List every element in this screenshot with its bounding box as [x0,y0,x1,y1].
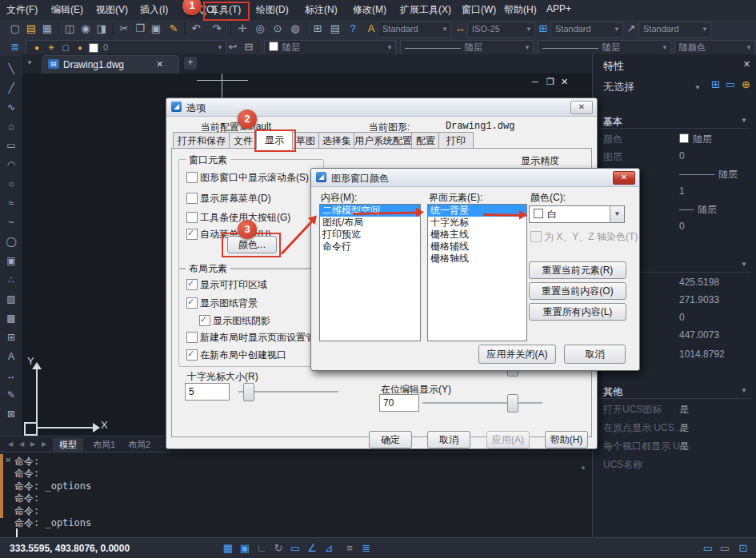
inplace-edit-slider[interactable] [422,402,542,404]
lineweight-dropdown[interactable]: 随层▼ [538,40,671,56]
ellipse-tool-icon[interactable]: ◯ [3,233,19,249]
text-tool-icon[interactable]: A [3,349,19,365]
section-other[interactable]: 其他 [603,385,622,399]
color-combo-arrow-icon[interactable]: ▼ [610,206,624,222]
prop-value[interactable]: 1 [679,185,685,197]
hatch-tool-icon[interactable]: ▨ [3,291,19,307]
printable-area-checkbox[interactable] [186,279,198,290]
redo-icon[interactable]: ↷ [210,22,224,36]
tab-layout1[interactable]: 布局1 [86,438,122,452]
menu-edit[interactable]: 编辑(E) [51,3,83,17]
prop-value[interactable]: 随层 [679,168,738,181]
model-space-icon[interactable]: ▭ [701,541,715,556]
prop-value[interactable]: 447.0073 [679,329,719,341]
otrack-toggle-icon[interactable]: ∠ [305,541,319,556]
gradient-tool-icon[interactable]: ▩ [3,310,19,326]
prop-value[interactable]: 0 [679,312,685,323]
command-line-panel[interactable]: ✕ 命令: 命令: 命令: _options 命令: 命令: 命令: _opti… [0,452,592,538]
text-style-dropdown[interactable]: Standard▼ [378,22,451,38]
prop-value[interactable]: 425.5198 [679,277,719,288]
polyline-tool-icon[interactable]: ∿ [3,99,19,115]
prop-value[interactable]: 随层 [679,203,717,217]
help-button[interactable]: 帮助(H) [545,431,588,448]
inplace-edit-input[interactable]: 70 [379,394,419,412]
layer-lock-icon[interactable]: ● [73,41,87,55]
pan-icon[interactable]: ✛ [235,22,250,36]
next-layout-icon[interactable]: ▶ [30,440,35,448]
prop-value[interactable]: 是 [679,440,689,453]
inplace-edit-slider-handle[interactable] [507,394,518,413]
menu-dimension[interactable]: 标注(N) [305,3,338,17]
section-other-collapse-icon[interactable]: ▼ [741,387,747,394]
linetype-dropdown[interactable]: 随层▼ [400,40,534,56]
select-objects-icon[interactable]: ▭ [726,78,735,90]
tab-layout2[interactable]: 布局2 [122,438,157,452]
context-list[interactable]: 二维模型空间 图纸/布局 打印预览 命令行 [319,204,421,341]
window-close-icon[interactable]: ✕ [561,77,568,87]
region-tool-icon[interactable]: ⊠ [3,406,19,422]
revcloud-tool-icon[interactable]: ≈ [3,195,19,211]
command-scroll-up-icon[interactable]: ▲ [580,464,586,471]
preview-icon[interactable]: ◉ [78,22,93,36]
cut-icon[interactable]: ✂ [117,22,131,36]
clean-screen-icon[interactable]: ⊡ [736,541,750,556]
page-setup-manager-checkbox[interactable] [186,332,198,343]
zoom-previous-icon[interactable]: ◍ [288,22,302,36]
tab-model[interactable]: 模型 [53,438,83,452]
large-buttons-checkbox[interactable] [186,212,198,223]
apply-button[interactable]: 应用(A) [486,431,530,448]
menu-file[interactable]: 文件(F) [6,3,38,17]
restore-element-button[interactable]: 重置当前元素(R) [529,261,626,279]
layer-manager-icon[interactable]: ≣ [8,40,22,54]
dyn-toggle-icon[interactable]: ≡ [342,541,357,556]
prev-layout-icon[interactable]: ◀ [19,440,24,448]
new-icon[interactable]: ▢ [8,22,22,36]
toggle-pickadd-icon[interactable]: ⊕ [742,78,750,90]
prop-value[interactable]: 271.9033 [679,294,719,305]
menu-modify[interactable]: 修改(M) [353,3,386,17]
workspace-icon[interactable]: ▭ [718,541,732,556]
section-geometry-collapse-icon[interactable]: ▼ [741,261,747,268]
ucs-toggle-icon[interactable]: ⊿ [322,541,336,556]
section-basic-collapse-icon[interactable]: ▼ [741,117,747,124]
table-tool-icon[interactable]: ⊞ [3,329,19,345]
tab-files[interactable]: 文件 [229,132,258,149]
copy-icon[interactable]: ❐ [133,22,147,36]
paper-shadow-checkbox[interactable] [199,315,210,326]
context-item-2d-model-space[interactable]: 二维模型空间 [320,205,420,217]
menu-draw[interactable]: 绘图(D) [256,3,289,17]
prop-value[interactable]: 是 [679,421,689,435]
prop-value[interactable]: 随层 [679,133,712,146]
selection-dropdown-icon[interactable]: ▼ [694,84,701,91]
save-icon[interactable]: ▦ [40,22,54,36]
tab-open-save[interactable]: 打开和保存 [173,132,230,149]
command-close-icon[interactable]: ✕ [5,456,11,464]
layer-freeze-icon[interactable]: ▢ [58,41,73,55]
color-dropdown[interactable]: 随层▼ [264,40,396,56]
create-viewport-checkbox[interactable] [186,349,198,361]
polar-toggle-icon[interactable]: ↻ [271,541,286,556]
section-basic[interactable]: 基本 [603,115,622,129]
crosshair-size-input[interactable]: 5 [185,383,230,401]
crosshair-size-slider-handle[interactable] [243,383,254,401]
layer-on-icon[interactable]: ● [30,41,44,55]
new-tab-button[interactable]: + [184,57,197,70]
paper-background-checkbox[interactable] [186,297,198,309]
dim-style-dropdown[interactable]: ISO-25▼ [467,22,535,38]
polygon-tool-icon[interactable]: ⌂ [3,118,19,134]
tab-selection[interactable]: 选择集 [318,132,355,149]
dimension-tool-icon[interactable]: ↔ [3,368,19,384]
apply-close-button[interactable]: 应用并关闭(A) [478,345,556,364]
prop-value[interactable]: 0 [679,221,685,232]
menu-help[interactable]: 帮助(H) [504,3,537,17]
grid-toggle-icon[interactable]: ▦ [221,541,235,556]
auto-menu-load-checkbox[interactable] [186,229,198,240]
point-tool-icon[interactable]: ∴ [3,272,19,288]
ok-button[interactable]: 确定 [369,431,412,448]
arc-tool-icon[interactable]: ◠ [3,157,19,173]
line-tool-icon[interactable]: ╲ [3,61,19,77]
window-minimize-icon[interactable]: ─ [532,77,538,86]
layer-previous-icon[interactable]: ↩ [226,40,240,54]
publish-icon[interactable]: ◨ [94,22,109,36]
document-tab[interactable]: ▤ Drawing1.dwg ✕ [42,55,179,74]
